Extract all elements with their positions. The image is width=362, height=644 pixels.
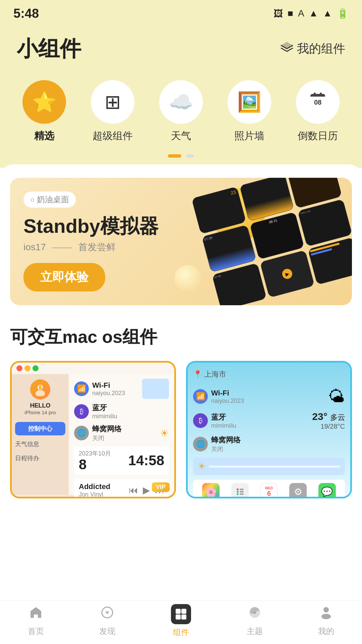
main-content: ○ 奶油桌面 Standby模拟器 ios17 首发尝鲜 立即体验 23 07:…: [0, 164, 362, 562]
avatar-1: ✋: [30, 379, 50, 399]
svg-point-24: [321, 614, 331, 619]
wifi-icon-1: 📶: [74, 381, 89, 396]
cellular-name-1: 蜂窝网络: [92, 424, 157, 434]
date-time-row-1: 2023年10月 8 14:58: [74, 446, 169, 475]
banner-title: Standby模拟器: [23, 214, 159, 238]
calendar-app-icon[interactable]: WED 6: [260, 483, 278, 497]
nav-discover[interactable]: 发现: [99, 605, 115, 637]
category-featured[interactable]: ⭐ 精选: [22, 80, 66, 143]
music-title-1: Addicted: [79, 482, 110, 491]
reminders-app-icon[interactable]: [231, 483, 249, 497]
weather-temp-area: 23° 多云 19/28°C: [312, 411, 345, 430]
svg-rect-19: [176, 614, 181, 620]
cellular-name-2: 蜂窝网络: [211, 435, 345, 445]
svg-point-8: [237, 488, 239, 490]
time-display-1: 14:58: [128, 452, 164, 469]
category-super[interactable]: ⊞ 超级组件: [91, 80, 134, 143]
phone-model-text: iPhone 14 pro: [24, 410, 56, 415]
brightness-slider[interactable]: [209, 466, 340, 468]
category-countdown[interactable]: 08 倒数日历: [296, 80, 340, 143]
bluetooth-icon-1: ₿: [74, 404, 89, 419]
bluetooth-text-2: 蓝牙 mimimiliu: [211, 412, 309, 429]
category-countdown-circle: 08: [296, 80, 340, 124]
prev-icon-1[interactable]: ⏮: [129, 485, 138, 496]
wifi-icon-2: 📶: [193, 389, 208, 404]
category-photowall-label: 照片墙: [234, 129, 264, 143]
messages-app-icon[interactable]: 💬: [318, 483, 336, 497]
category-featured-label: 精选: [34, 129, 54, 143]
widget-card-1[interactable]: ✋ HELLO iPhone 14 pro 控制中心 天气信息 日程待办: [10, 361, 176, 498]
banner-subtitle: ios17 首发尝鲜: [23, 241, 159, 254]
section-title-macos: 可交互mac os组件: [10, 325, 352, 349]
svg-point-9: [237, 491, 239, 493]
widget-header-bar-1: [12, 363, 174, 374]
category-weather-circle: ☁️: [159, 80, 203, 124]
bluetooth-network-2: mimimiliu: [211, 422, 309, 429]
music-artist-1: Jon Vinyl: [79, 491, 110, 497]
bottom-spacer: [10, 498, 352, 549]
banner-cta-button[interactable]: 立即体验: [23, 263, 105, 291]
control-center-btn[interactable]: 控制中心: [15, 422, 65, 435]
svg-point-10: [237, 493, 239, 495]
phone-mockup-grid: 23 07:39 08 21 Todo List 07:39 ▶: [191, 178, 352, 305]
brightness-bar-2: ☀: [193, 458, 345, 475]
nav-home[interactable]: 首页: [28, 605, 44, 637]
status-time: 5:48: [13, 6, 39, 21]
widget-main-2: 📍 上海市 📶 Wi-Fi naiyou.2023 🌤: [188, 363, 350, 497]
category-photowall-circle: 🖼️: [228, 80, 271, 124]
weather-icon-cat: ☁️: [169, 91, 193, 113]
traffic-green-1: [33, 365, 39, 371]
svg-rect-17: [176, 609, 181, 614]
my-widgets-button[interactable]: 我的组件: [280, 41, 345, 57]
svg-point-22: [253, 611, 256, 614]
widget-card-2[interactable]: 📍 上海市 📶 Wi-Fi naiyou.2023 🌤: [186, 361, 352, 498]
category-photowall[interactable]: 🖼️ 照片墙: [228, 80, 271, 143]
nav-mine[interactable]: 我的: [318, 605, 334, 637]
settings-app-icon[interactable]: ⚙: [289, 483, 307, 497]
bluetooth-text-1: 蓝牙 mimimiliu: [92, 403, 169, 420]
standby-banner[interactable]: ○ 奶油桌面 Standby模拟器 ios17 首发尝鲜 立即体验 23 07:…: [10, 178, 352, 305]
signal-icon: ▲: [323, 8, 332, 19]
nav-home-label: 首页: [28, 626, 44, 637]
header: 小组件 我的组件: [0, 24, 362, 70]
cellular-icon-1: 🌐: [74, 426, 89, 440]
category-weather[interactable]: ☁️ 天气: [159, 80, 203, 143]
banner-left: ○ 奶油桌面 Standby模拟器 ios17 首发尝鲜 立即体验: [10, 178, 172, 305]
svg-text:08: 08: [314, 99, 321, 106]
cellular-row-2: 🌐 蜂窝网络 关闭: [193, 435, 345, 453]
widget-body-2: 📍 上海市 📶 Wi-Fi naiyou.2023 🌤: [188, 363, 350, 497]
macos-widget-1: ✋ HELLO iPhone 14 pro 控制中心 天气信息 日程待办: [12, 363, 174, 497]
weather-temp-2: 23° 多云: [312, 411, 345, 423]
macos-widget-2: 📍 上海市 📶 Wi-Fi naiyou.2023 🌤: [188, 363, 350, 497]
svg-text:✋: ✋: [38, 385, 44, 390]
wifi-name-2: Wi-Fi: [211, 389, 325, 397]
wifi-right-1: [142, 379, 169, 399]
nav-widgets-label: 组件: [173, 627, 189, 638]
nav-themes-label: 主题: [247, 626, 263, 637]
svg-point-23: [323, 607, 329, 612]
nav-widgets[interactable]: 组件: [171, 604, 191, 638]
location-pin-icon: 📍: [193, 370, 202, 379]
date-block-1: 2023年10月 8: [79, 449, 111, 472]
widget-sidebar-1: ✋ HELLO iPhone 14 pro 控制中心 天气信息 日程待办: [12, 374, 69, 495]
super-icon: ⊞: [105, 91, 121, 113]
cellular-status-1: 关闭: [92, 434, 157, 442]
svg-rect-18: [181, 609, 186, 614]
photos-app-icon[interactable]: 🌸: [202, 483, 220, 497]
widget-card-2-inner: 📍 上海市 📶 Wi-Fi naiyou.2023 🌤: [188, 363, 350, 497]
svg-rect-20: [181, 614, 186, 620]
category-super-label: 超级组件: [93, 129, 133, 143]
photowall-icon: 🖼️: [237, 91, 261, 113]
nav-themes[interactable]: 主题: [247, 605, 263, 637]
themes-icon: [247, 605, 262, 623]
cellular-icon-2: 🌐: [193, 437, 208, 451]
location-text-2: 上海市: [204, 369, 226, 379]
weather-info-label: 天气信息: [15, 439, 65, 449]
traffic-yellow-1: [24, 365, 31, 371]
traffic-red-1: [16, 365, 22, 371]
battery-icon: 🔋: [337, 8, 349, 19]
wifi-text-1: Wi-Fi naiyou.2023: [92, 381, 139, 397]
wifi-status-icon: ▲: [309, 8, 318, 19]
play-icon-1[interactable]: ▶: [143, 485, 150, 496]
avatar-area-1: ✋ HELLO iPhone 14 pro: [15, 379, 65, 415]
